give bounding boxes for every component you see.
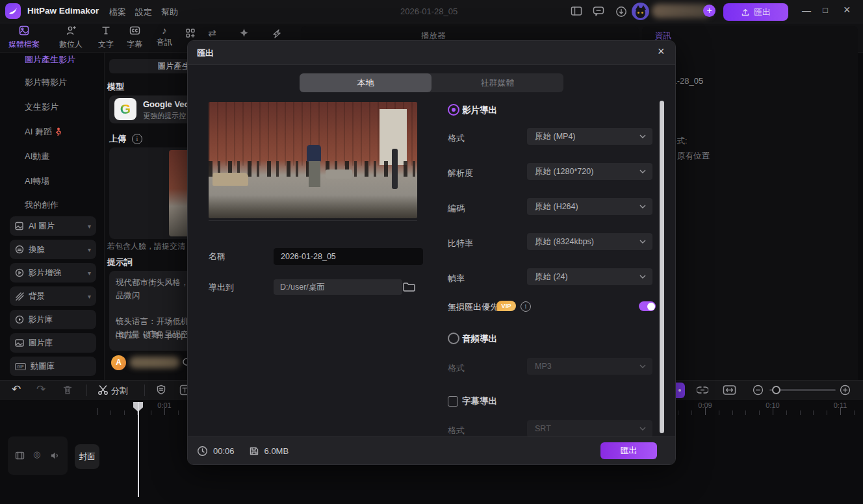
codec-dropdown[interactable]: 原始 (H264) <box>527 198 652 215</box>
image-library-icon <box>15 338 24 347</box>
tool-gif-library[interactable]: GIF 動圖庫 <box>10 357 96 376</box>
close-dialog-icon[interactable]: × <box>658 45 665 58</box>
google-logo: G <box>114 98 136 120</box>
bitrate-label: 比特率 <box>448 238 473 249</box>
layout-icon[interactable] <box>571 6 582 18</box>
destination-input[interactable] <box>274 279 402 295</box>
chevron-down-icon <box>639 170 646 173</box>
media-icon <box>19 25 29 36</box>
video-export-radio[interactable] <box>448 104 459 116</box>
sidebar-item-ai-dance[interactable]: AI 舞蹈 <box>25 126 62 138</box>
tool-face-swap[interactable]: 換臉▾ <box>10 240 96 259</box>
chevron-down-icon: ▾ <box>88 246 91 253</box>
folder-icon[interactable] <box>402 281 416 295</box>
lossless-toggle[interactable] <box>639 301 656 311</box>
info-icon[interactable]: i <box>132 134 142 144</box>
resolution-dropdown[interactable]: 原始 (1280*720) <box>527 163 652 180</box>
prompt-user-pill <box>129 357 180 368</box>
fit-timeline-icon[interactable] <box>723 384 736 397</box>
ruler-label: 0:01 <box>150 401 179 409</box>
sidebar-item-my-creations[interactable]: 我的創作 <box>25 199 58 211</box>
format-dropdown[interactable]: 原始 (MP4) <box>527 128 652 145</box>
minimize-button[interactable]: — <box>802 5 811 16</box>
menu-help[interactable]: 幫助 <box>161 6 178 18</box>
sidebar-item-video-to-video[interactable]: 影片轉影片 <box>25 77 67 88</box>
redo-icon[interactable]: ↷ <box>36 384 45 396</box>
download-icon[interactable] <box>615 6 627 19</box>
tab-social-media[interactable]: 社群媒體 <box>432 73 563 92</box>
snap-icon[interactable] <box>697 384 708 397</box>
video-export-label: 影片導出 <box>462 105 497 116</box>
name-input[interactable] <box>274 248 423 265</box>
menu-settings[interactable]: 設定 <box>135 6 152 18</box>
tab-audio[interactable]: ♪ 音訊 <box>147 25 182 48</box>
upload-label: 上傳 <box>109 133 126 145</box>
tab-local[interactable]: 本地 <box>300 73 432 92</box>
ruler-label: 0:09 <box>691 401 719 409</box>
export-button-top-label: 匯出 <box>754 6 771 18</box>
face-note: 若包含人臉，請提交清 <box>107 241 185 252</box>
project-title: 2026-01-28_05 <box>400 6 457 16</box>
zoom-slider[interactable] <box>769 389 836 391</box>
tab-digital-human[interactable]: 數位人 <box>53 25 88 50</box>
effects-icon[interactable] <box>239 28 249 40</box>
export-dialog-title: 匯出 <box>197 47 214 59</box>
split-label[interactable]: 分割 <box>111 385 128 397</box>
sidebar-item-image-to-video[interactable]: 圖片產生影片 <box>25 54 75 66</box>
undo-icon[interactable]: ↶ <box>12 384 21 396</box>
track-record-icon[interactable]: ◎ <box>33 449 40 459</box>
model-label: 模型 <box>107 81 124 93</box>
sidebar-item-ai-transition[interactable]: AI轉場 <box>25 175 49 187</box>
track-mute-icon[interactable] <box>50 451 60 462</box>
playhead-line[interactable] <box>138 402 139 497</box>
clock-icon <box>197 446 208 457</box>
tool-video-library[interactable]: 影片庫 <box>10 310 96 329</box>
tab-media[interactable]: 媒體檔案 <box>6 25 42 50</box>
close-window-button[interactable]: × <box>844 3 851 17</box>
titlebar: HitPaw Edimakor 檔案 設定 幫助 2026-01-28_05 +… <box>0 0 863 23</box>
export-confirm-button[interactable]: 匯出 <box>600 442 657 459</box>
maximize-button[interactable]: □ <box>823 5 828 15</box>
codec-label: 編碼 <box>448 203 465 214</box>
export-button-top[interactable]: 匯出 <box>723 3 788 21</box>
dialog-scrollbar[interactable] <box>660 101 664 433</box>
trash-icon[interactable] <box>62 384 73 397</box>
add-account-button[interactable]: + <box>703 5 715 17</box>
chevron-down-icon: ▾ <box>88 223 91 230</box>
track-film-icon[interactable] <box>15 451 25 462</box>
info-icon[interactable]: i <box>521 301 531 312</box>
sidebar-item-ai-animation[interactable]: AI動畫 <box>25 151 49 162</box>
feedback-icon[interactable] <box>593 6 604 18</box>
apps-icon[interactable] <box>185 28 196 40</box>
dancer-icon <box>55 127 62 136</box>
tool-ai-image[interactable]: AI 圖片▾ <box>10 216 96 236</box>
tool-background[interactable]: 背景▾ <box>10 286 96 306</box>
prompt-line-overflow: （倒立、锁舞、popp <box>110 330 185 341</box>
framerate-dropdown[interactable]: 原始 (24) <box>527 268 652 285</box>
export-tabs: 本地 社群媒體 <box>300 73 563 92</box>
zoom-out-icon[interactable] <box>753 384 764 397</box>
tool-video-enhance[interactable]: 影片增強▾ <box>10 263 96 283</box>
avatar[interactable] <box>632 3 649 20</box>
zoom-in-icon[interactable] <box>840 384 851 397</box>
voice-icon[interactable] <box>272 28 282 40</box>
subtitle-format-label: 格式 <box>448 425 465 436</box>
tool-image-library[interactable]: 圖片庫 <box>10 333 96 353</box>
audio-export-radio[interactable] <box>448 333 459 344</box>
split-scissors-icon[interactable] <box>97 384 109 397</box>
sticker-icon[interactable] <box>156 384 166 397</box>
subtitle-export-checkbox[interactable] <box>448 396 458 407</box>
sidebar-item-text-to-video[interactable]: 文生影片 <box>25 101 58 113</box>
face-swap-icon <box>15 245 24 254</box>
audio-export-label: 音頻導出 <box>462 333 497 345</box>
video-library-icon <box>15 315 24 324</box>
transition-icon[interactable]: ⇄ <box>208 27 216 39</box>
zoom-slider-knob[interactable] <box>772 386 780 394</box>
chevron-down-icon: ▾ <box>88 293 91 300</box>
menu-file[interactable]: 檔案 <box>109 6 126 18</box>
bitrate-dropdown[interactable]: 原始 (8324kbps) <box>527 233 652 250</box>
export-dialog: 匯出 × 本地 社群媒體 名稱 導出到 影片導出 格式 原始 (MP4) 解析度 <box>187 40 676 465</box>
subtitle-export-label: 字幕導出 <box>462 396 497 407</box>
track-header: ◎ <box>8 436 68 475</box>
cover-button[interactable]: 封面 <box>75 444 99 469</box>
